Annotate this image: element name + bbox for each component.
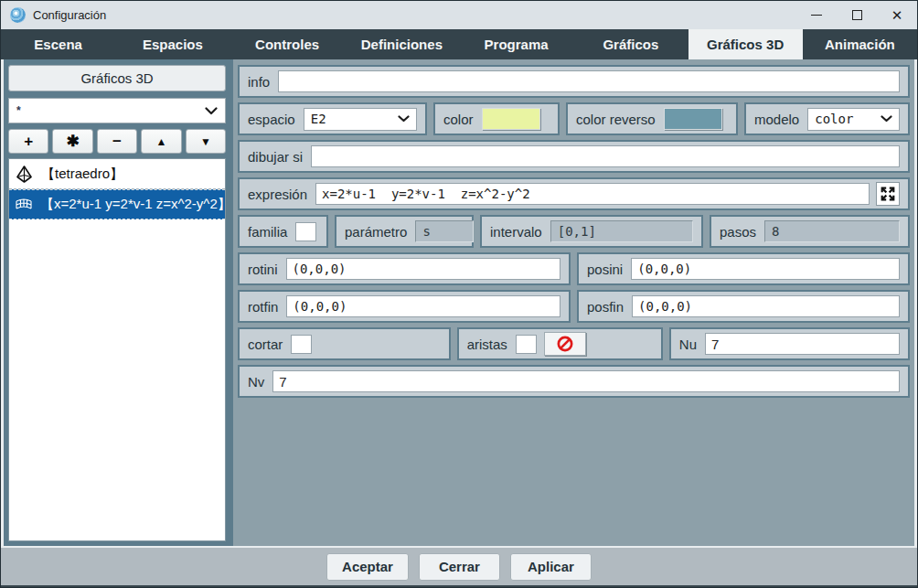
close-dialog-button[interactable]: Cerrar [419, 553, 500, 581]
minimize-icon [811, 15, 822, 16]
nv-row: Nv [238, 365, 910, 398]
accept-button[interactable]: Aceptar [326, 553, 409, 581]
footer-bar: Aceptar Cerrar Aplicar [1, 548, 917, 587]
app-logo-icon [10, 7, 26, 23]
aristas-color-button[interactable] [544, 332, 586, 356]
no-color-icon [556, 335, 574, 353]
expresion-input[interactable] [315, 183, 870, 205]
close-button[interactable]: ✕ [877, 1, 917, 29]
nu-label: Nu [679, 337, 697, 352]
objects-panel-title: Gráficos 3D [8, 65, 226, 91]
pasos-field: 8 [764, 220, 900, 242]
tab-graficos-3d[interactable]: Gráficos 3D [688, 29, 803, 59]
list-item-surface[interactable]: 【x=2*u-1 y=2*v-1 z=x^2-y^2】 [9, 189, 225, 219]
nu-cell: Nu [669, 327, 910, 360]
graphics-3d-list: 【tetraedro】 【x=2*u-1 y=2*v-1 z=x^2-y^2】 [8, 158, 226, 541]
rotini-cell: rotini [238, 252, 571, 285]
dibujar-si-input[interactable] [311, 145, 900, 167]
properties-panel: info espacio E2 color [233, 59, 914, 546]
tab-programa[interactable]: Programa [459, 29, 573, 59]
familia-label: familia [248, 224, 287, 240]
intervalo-label: intervalo [490, 224, 542, 240]
list-item-label: 【tetraedro】 [41, 166, 123, 183]
nv-input[interactable] [272, 370, 900, 392]
intervalo-field: [0,1] [550, 220, 693, 242]
rotini-label: rotini [248, 262, 278, 277]
maximize-button[interactable] [837, 1, 877, 29]
rotfin-input[interactable] [286, 295, 560, 317]
cortar-checkbox[interactable] [291, 335, 312, 354]
list-item-label: 【x=2*u-1 y=2*v-1 z=x^2-y^2】 [40, 196, 225, 213]
posini-label: posini [587, 262, 623, 277]
posfin-cell: posfin [577, 290, 910, 323]
color-reverso-label: color reverso [576, 112, 656, 127]
posini-input[interactable] [631, 258, 900, 280]
minimize-button[interactable] [796, 1, 837, 29]
aristas-checkbox[interactable] [516, 335, 537, 354]
familia-cell: familia [238, 215, 328, 248]
posfin-label: posfin [587, 299, 624, 315]
color-reverso-cell: color reverso [566, 102, 738, 135]
nu-input[interactable] [705, 333, 900, 355]
color-label: color [443, 112, 474, 127]
remove-item-button[interactable]: − [97, 129, 137, 154]
info-input[interactable] [278, 70, 900, 92]
filter-dropdown[interactable]: * [8, 98, 226, 123]
espacio-value: E2 [311, 112, 398, 126]
rotini-posini-row: rotini posini [238, 252, 910, 285]
modelo-value: color [815, 112, 881, 126]
pasos-cell: pasos 8 [710, 215, 910, 248]
space-color-row: espacio E2 color color reverso [238, 102, 910, 135]
pasos-label: pasos [720, 224, 756, 240]
intervalo-cell: intervalo [0,1] [480, 215, 703, 248]
tab-graficos[interactable]: Gráficos [573, 29, 688, 59]
color-reverso-swatch[interactable] [664, 108, 722, 130]
list-item-tetraedro[interactable]: 【tetraedro】 [9, 159, 225, 189]
list-toolbar: + ✱ − ▲ ▼ [8, 129, 226, 154]
parametro-cell: parámetro s [335, 215, 474, 248]
parametro-field: s [415, 220, 474, 242]
tab-bar: Escena Espacios Controles Definiciones P… [1, 29, 917, 59]
apply-button[interactable]: Aplicar [510, 553, 592, 581]
nv-label: Nv [248, 374, 264, 390]
expand-editor-button[interactable] [876, 182, 900, 206]
familia-checkbox[interactable] [295, 222, 316, 241]
tab-controles[interactable]: Controles [230, 29, 345, 59]
content-area: Gráficos 3D * + ✱ − ▲ ▼ 【tetrae [4, 59, 914, 546]
espacio-label: espacio [248, 112, 295, 127]
expresion-label: expresión [248, 187, 307, 202]
move-down-button[interactable]: ▼ [186, 129, 226, 154]
expand-arrows-icon [880, 186, 896, 202]
tab-espacios[interactable]: Espacios [115, 29, 230, 59]
rotini-input[interactable] [286, 258, 560, 280]
tab-escena[interactable]: Escena [1, 29, 115, 59]
color-cell: color [433, 102, 560, 135]
espacio-select[interactable]: E2 [304, 108, 417, 131]
objects-panel: Gráficos 3D * + ✱ − ▲ ▼ 【tetrae [4, 59, 230, 546]
window-title: Configuración [33, 8, 106, 22]
chevron-down-icon [398, 115, 410, 123]
move-up-button[interactable]: ▲ [141, 129, 181, 154]
posini-cell: posini [577, 252, 910, 285]
aristas-label: aristas [467, 337, 507, 352]
rotfin-label: rotfin [248, 299, 278, 315]
tetrahedron-icon [16, 166, 33, 183]
dibujar-si-row: dibujar si [238, 140, 910, 173]
close-icon: ✕ [891, 8, 903, 22]
familia-row: familia parámetro s intervalo [0,1] paso… [238, 215, 910, 248]
tab-definiciones[interactable]: Definiciones [345, 29, 459, 59]
posfin-input[interactable] [632, 295, 900, 317]
add-item-button[interactable]: + [8, 129, 48, 154]
dibujar-si-label: dibujar si [248, 149, 303, 165]
color-swatch[interactable] [482, 108, 540, 130]
modelo-select[interactable]: color [807, 108, 900, 131]
tab-animacion[interactable]: Animación [803, 29, 917, 59]
duplicate-item-button[interactable]: ✱ [52, 129, 92, 154]
expresion-row: expresión [238, 177, 910, 210]
title-bar: Configuración ✕ [1, 1, 917, 29]
maximize-icon [852, 10, 862, 20]
info-row: info [238, 65, 910, 98]
modelo-label: modelo [754, 112, 799, 127]
parametro-label: parámetro [345, 224, 407, 240]
cortar-label: cortar [248, 337, 283, 352]
